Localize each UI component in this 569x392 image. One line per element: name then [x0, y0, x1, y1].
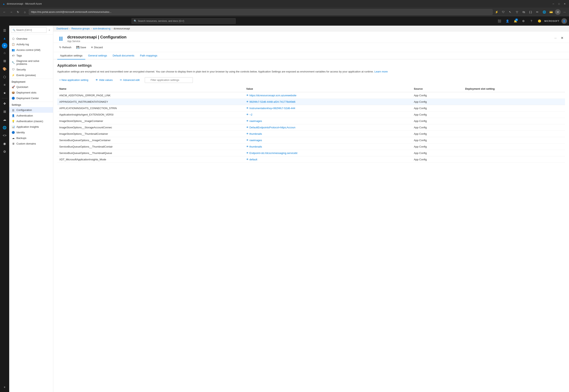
- colorful-icon[interactable]: 🎨: [1, 65, 8, 72]
- portal-search-bar[interactable]: 🔍 Search resources, services, and docs (…: [132, 18, 236, 24]
- filter-input[interactable]: [145, 77, 193, 83]
- sidebar-search-input[interactable]: 🔍 Search (Ctrl+/): [11, 27, 46, 33]
- sidebar-item-custom-domains[interactable]: 🖥 Custom domains: [9, 141, 53, 146]
- table-row[interactable]: ServiceBusQueueOptions__ThumbnailQueue 👁…: [57, 150, 565, 156]
- portal-menu-button[interactable]: ☰: [1, 27, 8, 34]
- value-link[interactable]: 👁 rawimages: [246, 120, 410, 123]
- cell-value[interactable]: 👁 default: [244, 156, 412, 163]
- home-sidebar-button[interactable]: ⌂: [1, 49, 8, 56]
- globe-sidebar-button[interactable]: 🌐: [1, 124, 8, 131]
- save-button[interactable]: 💾 Save: [74, 45, 88, 50]
- cell-value[interactable]: 👁 ~2: [244, 111, 412, 118]
- value-link[interactable]: 👁 992f4fc7-52d6-4448-af24-741778d49d6: [246, 100, 410, 103]
- help-icon[interactable]: ?: [528, 18, 534, 24]
- sidebar-item-deployment-center[interactable]: 🔵 Deployment Center: [9, 95, 53, 101]
- create-resource-button[interactable]: +: [2, 43, 7, 48]
- cloud-shell-icon[interactable]: ⬛: [496, 18, 502, 24]
- sidebar-collapse-button[interactable]: «: [47, 28, 52, 32]
- breadcrumb-resource-groups[interactable]: Resource groups: [71, 27, 90, 30]
- advanced-edit-button[interactable]: ✏ Advanced edit: [118, 77, 141, 83]
- cursor-icon[interactable]: ↖: [507, 9, 513, 15]
- value-link[interactable]: 👁 https://dcresourcesapi.scm.azurewebsit…: [246, 94, 410, 97]
- table-row[interactable]: XDT_MicrosoftApplicationInsights_Mode 👁 …: [57, 156, 565, 163]
- dashboard-sidebar-button[interactable]: ⊞: [1, 57, 8, 64]
- filter-icon[interactable]: ▽: [514, 9, 520, 15]
- shield-icon[interactable]: 🛡: [500, 9, 506, 15]
- sidebar-item-quickstart[interactable]: 🚀 Quickstart: [9, 84, 53, 90]
- monitor-sidebar-button[interactable]: ◉: [1, 140, 8, 147]
- portal-user-avatar[interactable]: 👤: [561, 18, 567, 24]
- value-link[interactable]: 👁 thumbnails: [246, 145, 410, 148]
- value-link[interactable]: 👁 default: [246, 158, 410, 161]
- value-link[interactable]: 👁 rawimages: [246, 139, 410, 142]
- sidebar-item-diagnose[interactable]: 🔧 Diagnose and solve problems: [9, 58, 53, 67]
- grid-sidebar-button[interactable]: ⊞: [1, 108, 8, 115]
- user-profile-avatar[interactable]: M: [555, 9, 561, 15]
- value-link[interactable]: 👁 DefaultEndpointsProtocol=https;Accoun: [246, 126, 410, 129]
- bag-icon[interactable]: 🛍: [521, 9, 527, 15]
- table-row[interactable]: APPINSIGHTS_INSTRUMENTATIONKEY 👁 992f4fc…: [57, 98, 565, 105]
- cell-value[interactable]: 👁 DefaultEndpointsProtocol=https;Accoun: [244, 124, 412, 130]
- hide-values-button[interactable]: 👁 Hide values: [94, 77, 115, 83]
- home-button[interactable]: ⌂: [22, 9, 28, 15]
- panel-close-button[interactable]: ✕: [559, 35, 565, 41]
- notifications-icon[interactable]: 🔔 9: [512, 18, 518, 24]
- more-options-icon[interactable]: ···: [562, 9, 567, 15]
- sidebar-item-authentication[interactable]: 👤 Authentication: [9, 113, 53, 118]
- sidebar-item-events[interactable]: ⚡ Events (preview): [9, 72, 53, 78]
- add-sidebar-button[interactable]: +: [1, 384, 8, 391]
- azure-logo-button[interactable]: ▲: [1, 35, 8, 42]
- minimize-button[interactable]: ─: [551, 2, 555, 6]
- value-link[interactable]: 👁 ~2: [246, 113, 410, 116]
- table-row[interactable]: ImageStoreOptions__ImageContainer 👁 rawi…: [57, 118, 565, 124]
- panel-menu-dots-button[interactable]: ···: [553, 36, 558, 40]
- table-row[interactable]: ApplicationInsightsAgent_EXTENSION_VERSI…: [57, 111, 565, 118]
- table-row[interactable]: APPLICATIONINSIGHTS_CONNECTION_STRIN 👁 I…: [57, 105, 565, 111]
- pen-icon[interactable]: ✏: [535, 9, 540, 15]
- extensions-icon[interactable]: ⚡: [494, 9, 499, 15]
- sidebar-item-activity-log[interactable]: 📋 Activity log: [9, 42, 53, 47]
- sidebar-item-access-control[interactable]: 👥 Access control (IAM): [9, 47, 53, 53]
- breadcrumb-dashboard[interactable]: Dashboard: [56, 27, 68, 30]
- settings-icon[interactable]: ⚙: [520, 18, 526, 24]
- table-row[interactable]: ANCM_ADDITIONAL_ERROR_PAGE_LINK 👁 https:…: [57, 92, 565, 99]
- table-row[interactable]: ImageStoreOptions__StorageAccountConnec …: [57, 124, 565, 130]
- tab-default-documents[interactable]: Default documents: [110, 52, 137, 59]
- settings-sidebar-button[interactable]: ⚙: [1, 148, 8, 155]
- sidebar-item-backups[interactable]: ☁ Backups: [9, 135, 53, 141]
- back-button[interactable]: ←: [2, 9, 7, 15]
- code-sidebar-button[interactable]: <>: [1, 132, 8, 139]
- sidebar-item-identity[interactable]: 🔵 Identity: [9, 129, 53, 135]
- value-link[interactable]: 👁 InstrumentationKey=992f4fc7-52d6-444: [246, 107, 410, 110]
- globe2-icon[interactable]: 🌐: [541, 9, 547, 15]
- github-sidebar-button[interactable]: ⬡: [1, 73, 8, 81]
- refresh-button[interactable]: ↻ Refresh: [57, 45, 73, 50]
- sidebar-item-tags[interactable]: 🏷 Tags: [9, 53, 53, 58]
- favorites-sidebar-button[interactable]: ★: [1, 89, 8, 97]
- value-link[interactable]: 👁 Endpoint=sb://dcscmmessaging.servicebt: [246, 152, 410, 154]
- brackets-icon[interactable]: (·): [528, 9, 533, 15]
- table-row[interactable]: ImageStoreOptions__ThumbnailContainer 👁 …: [57, 130, 565, 137]
- cell-value[interactable]: 👁 Endpoint=sb://dcscmmessaging.servicebt: [244, 150, 412, 156]
- discard-button[interactable]: ✕ Discard: [89, 45, 105, 50]
- table-row[interactable]: ServiceBusQueueOptions__ImageContainer 👁…: [57, 137, 565, 143]
- feedback-icon[interactable]: 🙂: [536, 18, 542, 24]
- list-sidebar-button[interactable]: ≡: [1, 81, 8, 88]
- value-link[interactable]: 👁 thumbnails: [246, 132, 410, 135]
- tab-general-settings[interactable]: General settings: [85, 52, 110, 59]
- sidebar-item-configuration[interactable]: ||| Configuration: [9, 107, 53, 113]
- maximize-button[interactable]: □: [557, 2, 561, 6]
- cell-value[interactable]: 👁 thumbnails: [244, 143, 412, 150]
- cell-value[interactable]: 👁 https://dcresourcesapi.scm.azurewebsit…: [244, 92, 412, 99]
- tab-path-mappings[interactable]: Path mappings: [137, 52, 160, 59]
- breadcrumb-scm-rg[interactable]: scm-breakout-rg: [93, 27, 110, 30]
- extensions-sidebar-button[interactable]: ❖: [1, 100, 8, 107]
- directory-icon[interactable]: 👤: [504, 18, 510, 24]
- forward-button[interactable]: →: [8, 9, 14, 15]
- browser-refresh-button[interactable]: ↻: [15, 9, 21, 15]
- sidebar-item-deployment-slots[interactable]: 📦 Deployment slots: [9, 90, 53, 95]
- cell-value[interactable]: 👁 rawimages: [244, 137, 412, 143]
- cell-value[interactable]: 👁 rawimages: [244, 118, 412, 124]
- wallet-icon[interactable]: 💳: [548, 9, 554, 15]
- address-bar[interactable]: https://ms.portal.azure.com/#@microsoft.…: [29, 9, 493, 15]
